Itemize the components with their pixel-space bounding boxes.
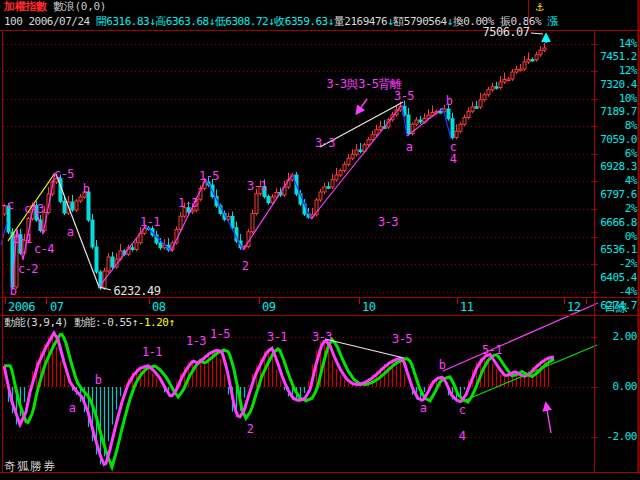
price-axis-label: 2%	[597, 202, 637, 216]
wave-label: 3-1	[247, 179, 267, 193]
price-axis-label: 7320.4	[597, 78, 637, 92]
wave-label: b	[439, 358, 446, 372]
wave-label: b	[10, 284, 17, 298]
wave-label: 3-5	[394, 89, 414, 103]
trading-app-window: 加權指數 數浪(0,0) ⚓ 100 2006/07/24 開6316.83↓高…	[0, 0, 640, 480]
candlestick-series	[3, 43, 546, 290]
indicator-axis-label: 2.00	[597, 330, 637, 344]
wave-label: a	[67, 225, 74, 239]
price-axis-label: 10%	[597, 92, 637, 106]
price-axis-label: 7451.2	[597, 50, 637, 64]
price-axis-label: 6928.3	[597, 160, 637, 174]
price-axis-label: 4%	[597, 174, 637, 188]
wave-label: c	[459, 403, 466, 417]
wave-label: 5-1	[482, 343, 502, 357]
wave-label: -c	[0, 198, 13, 212]
chart-canvas[interactable]	[0, 0, 640, 480]
time-axis-label: 11	[460, 300, 473, 314]
wave-label: 3-3與3-5背離	[327, 77, 402, 91]
price-axis-label: 6405.4	[597, 271, 637, 285]
wave-label: b	[95, 373, 102, 387]
wave-label: a	[420, 401, 427, 415]
wave-label: c-2	[18, 262, 38, 276]
wave-label: 3-1	[267, 330, 287, 344]
wave-label: 4	[450, 152, 457, 166]
price-axis-label: -4%	[597, 285, 637, 299]
wave-label: 3-5	[392, 332, 412, 346]
wave-label: a	[406, 140, 413, 154]
wave-label: 1-3	[186, 334, 206, 348]
time-axis-label: 12	[567, 300, 580, 314]
wave-label: 3-3	[312, 330, 332, 344]
wave-label: c-5	[54, 167, 74, 181]
indicator-axis-label: -2.00	[597, 430, 637, 444]
wave-label: 1-1	[142, 345, 162, 359]
wave-label: 1-5	[210, 327, 230, 341]
wave-label: 3-3	[315, 136, 335, 150]
price-axis-label: 0%	[597, 230, 637, 244]
wave-label: 1-3	[178, 196, 198, 210]
price-axis-label: 14%	[597, 37, 637, 51]
wave-label: a	[69, 401, 76, 415]
price-axis-label: -2%	[597, 257, 637, 271]
wave-label: 7506.07	[482, 25, 529, 39]
wave-label: 6232.49	[113, 284, 160, 298]
text-segment: -1.20↑	[138, 316, 175, 329]
price-axis-label: 6666.8	[597, 216, 637, 230]
text-segment: 動能(3,9,4) 動能:-0.55↑	[4, 316, 138, 329]
wave-label: 2	[247, 422, 254, 436]
time-axis-label: 07	[50, 300, 63, 314]
time-axis-label: 2006	[8, 300, 35, 314]
wave-label: b	[83, 182, 90, 196]
watermark-logo: 奇狐勝券	[4, 459, 56, 473]
price-axis-label: 6%	[597, 147, 637, 161]
oscillator-series	[4, 333, 554, 467]
time-axis-label: 10	[362, 300, 375, 314]
price-axis-label: 12%	[597, 64, 637, 78]
time-axis-label: 08	[152, 300, 165, 314]
price-axis-label: 7189.7	[597, 105, 637, 119]
wave-label: 4	[459, 429, 466, 443]
wave-label: 1-5	[199, 169, 219, 183]
wave-label: b	[446, 94, 453, 108]
price-axis-label: 6797.6	[597, 188, 637, 202]
main-trend-lines	[1, 33, 546, 290]
wave-label: 2	[242, 259, 249, 273]
wave-label: 3-3	[378, 215, 398, 229]
wave-label: c-3	[24, 202, 44, 216]
wave-label: c-1	[12, 232, 32, 246]
price-axis-label: 7059.0	[597, 133, 637, 147]
period-label[interactable]: 日線	[596, 300, 636, 314]
indicator-header: 動能(3,9,4) 動能:-0.55↑-1.20↑	[4, 316, 175, 330]
price-axis-label: 6536.1	[597, 243, 637, 257]
wave-label: c-4	[34, 242, 54, 256]
time-axis-label: 09	[262, 300, 275, 314]
wave-label: 1-1	[140, 215, 160, 229]
indicator-axis-label: 0.00	[597, 380, 637, 394]
price-axis-label: 8%	[597, 119, 637, 133]
